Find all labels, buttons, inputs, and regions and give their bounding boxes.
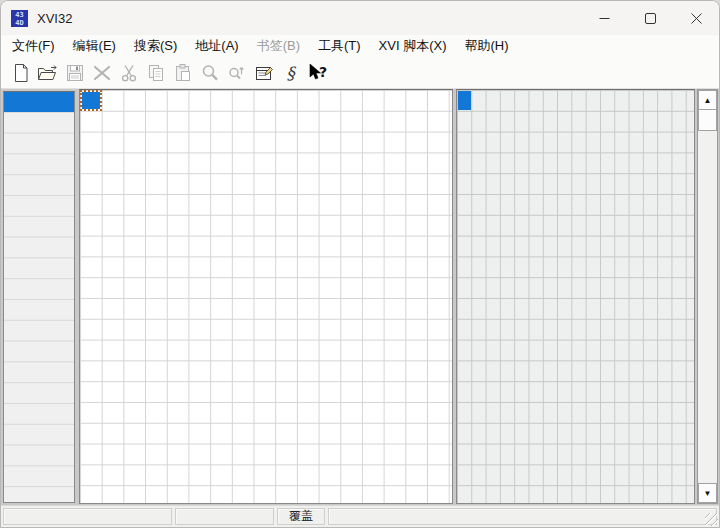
scroll-up-button[interactable]: ▲ [698, 90, 717, 110]
script-section-icon: § [286, 64, 295, 82]
status-bar: 覆盖 [1, 505, 719, 527]
minimize-button[interactable] [581, 1, 627, 35]
save-button [61, 60, 88, 86]
status-panel-message [328, 508, 717, 525]
copy-button [142, 60, 169, 86]
char-grid[interactable] [456, 89, 695, 504]
menu-xvi-script[interactable]: XVI 脚本(X) [370, 35, 456, 57]
menu-edit[interactable]: 编辑(E) [64, 35, 125, 57]
menu-search[interactable]: 搜索(S) [125, 35, 186, 57]
x-delete-icon [92, 63, 112, 83]
window-controls [581, 1, 719, 35]
app-icon-line1: 43 [11, 11, 28, 19]
menu-bookmark: 书签(B) [248, 35, 309, 57]
address-selected-row [4, 92, 74, 112]
open-folder-icon [37, 63, 58, 83]
minimize-icon [599, 13, 610, 24]
app-icon-line2: 4D [11, 19, 28, 27]
card-pencil-icon [254, 63, 274, 83]
char-cursor-cell[interactable] [458, 91, 471, 110]
replace-button [223, 60, 250, 86]
magnifier-icon [200, 63, 220, 83]
scroll-down-button[interactable]: ▼ [698, 483, 717, 503]
menu-tools[interactable]: 工具(T) [309, 35, 370, 57]
toolbar: § ? [1, 57, 719, 89]
clipboard-icon [173, 63, 193, 83]
open-file-button[interactable] [34, 60, 61, 86]
cut-button [115, 60, 142, 86]
floppy-disk-icon [65, 63, 85, 83]
window-title: XVI32 [37, 11, 72, 26]
script-button[interactable]: § [277, 60, 304, 86]
close-icon [691, 13, 702, 24]
new-file-icon [11, 63, 31, 83]
address-column[interactable] [3, 91, 75, 503]
resize-grip-icon[interactable] [705, 513, 718, 526]
status-panel-address [3, 508, 172, 525]
status-panel-mode[interactable]: 覆盖 [277, 508, 325, 525]
title-bar: 43 4D XVI32 [1, 1, 719, 35]
hex-cursor-cell[interactable] [80, 90, 102, 111]
xvi32-window: 43 4D XVI32 文件(F) [0, 0, 720, 528]
properties-button[interactable] [250, 60, 277, 86]
svg-text:?: ? [319, 64, 327, 80]
scroll-down-arrow-icon: ▼ [704, 489, 712, 498]
menu-file[interactable]: 文件(F) [3, 35, 64, 57]
hex-grid[interactable] [79, 89, 453, 504]
new-file-button[interactable] [7, 60, 34, 86]
close-file-button [88, 60, 115, 86]
maximize-button[interactable] [627, 1, 673, 35]
paste-button [169, 60, 196, 86]
menu-bar: 文件(F) 编辑(E) 搜索(S) 地址(A) 书签(B) 工具(T) XVI … [1, 35, 719, 57]
xvi32-app-icon: 43 4D [11, 10, 28, 27]
scrollbar-thumb[interactable] [698, 110, 717, 131]
context-help-button[interactable]: ? [304, 60, 331, 86]
scroll-up-arrow-icon: ▲ [704, 96, 712, 105]
maximize-icon [645, 13, 656, 24]
editor-area: ▲ ▼ [1, 89, 719, 505]
menu-help[interactable]: 帮助(H) [456, 35, 518, 57]
scrollbar-track[interactable] [698, 131, 717, 483]
magnifier-arrows-icon [227, 63, 247, 83]
close-button[interactable] [673, 1, 719, 35]
menu-address[interactable]: 地址(A) [186, 35, 247, 57]
find-button [196, 60, 223, 86]
copy-pages-icon [146, 63, 166, 83]
status-panel-size [175, 508, 274, 525]
vertical-scrollbar[interactable]: ▲ ▼ [697, 89, 718, 504]
help-cursor-icon: ? [306, 63, 330, 83]
scissors-icon [119, 63, 139, 83]
